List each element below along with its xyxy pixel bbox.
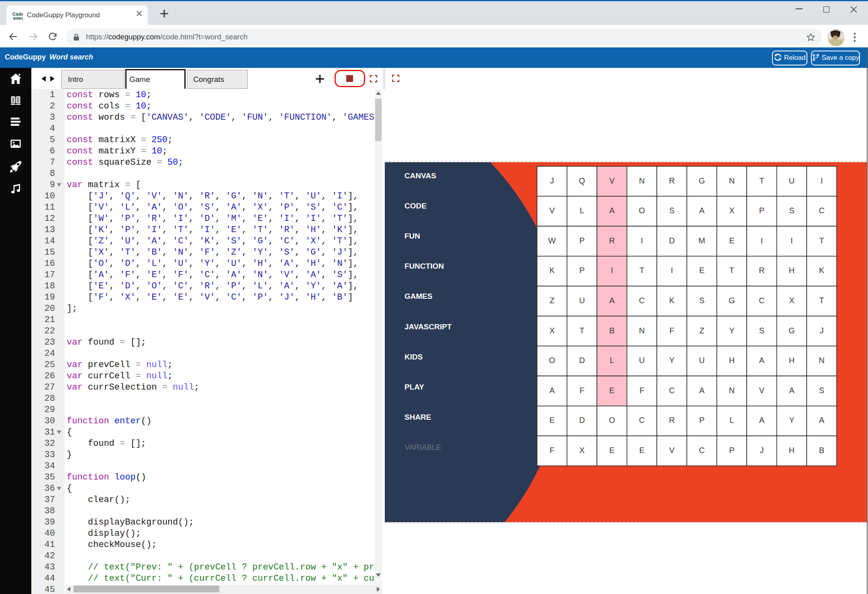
svg-text:I: I: [761, 236, 763, 245]
svg-text:C: C: [639, 416, 645, 425]
svg-text:K: K: [549, 266, 555, 275]
svg-text:CANVAS: CANVAS: [404, 171, 436, 180]
svg-text:Y: Y: [789, 416, 794, 425]
svg-text:I: I: [821, 176, 823, 185]
svg-text:CODE: CODE: [404, 202, 427, 210]
svg-text:D: D: [579, 356, 585, 365]
svg-text:L: L: [580, 206, 584, 215]
svg-text:J: J: [820, 326, 824, 335]
svg-text:E: E: [549, 416, 555, 425]
svg-text:U: U: [699, 356, 705, 365]
svg-text:FUNCTION: FUNCTION: [404, 262, 444, 270]
svg-text:L: L: [729, 416, 734, 425]
svg-text:O: O: [549, 356, 556, 365]
svg-text:E: E: [729, 236, 734, 245]
svg-text:C: C: [819, 206, 824, 215]
svg-text:N: N: [639, 326, 645, 335]
svg-text:W: W: [548, 236, 556, 245]
svg-text:H: H: [729, 356, 735, 365]
svg-text:N: N: [639, 176, 645, 185]
svg-text:C: C: [759, 296, 764, 305]
svg-text:PLAY: PLAY: [404, 383, 424, 391]
svg-text:B: B: [609, 326, 615, 335]
svg-text:P: P: [699, 416, 705, 425]
svg-text:K: K: [819, 266, 825, 275]
svg-text:A: A: [699, 386, 705, 395]
svg-text:S: S: [759, 326, 764, 335]
svg-text:A: A: [759, 356, 765, 365]
svg-text:F: F: [639, 386, 644, 395]
svg-text:N: N: [819, 356, 824, 365]
svg-text:G: G: [729, 296, 735, 305]
svg-text:C: C: [699, 446, 705, 455]
svg-text:R: R: [759, 266, 764, 275]
svg-text:C: C: [669, 386, 674, 395]
svg-text:Z: Z: [549, 296, 554, 305]
svg-text:V: V: [549, 206, 555, 215]
svg-text:V: V: [669, 446, 675, 455]
svg-text:P: P: [579, 266, 584, 275]
svg-text:H: H: [789, 266, 794, 275]
svg-text:D: D: [669, 236, 674, 245]
svg-text:B: B: [819, 446, 824, 455]
svg-text:GAMES: GAMES: [404, 292, 433, 300]
svg-text:F: F: [549, 446, 554, 455]
svg-text:H: H: [789, 446, 794, 455]
svg-text:F: F: [580, 386, 584, 395]
svg-text:J: J: [760, 446, 764, 455]
svg-text:A: A: [609, 296, 615, 305]
svg-text:E: E: [609, 446, 615, 455]
svg-text:V: V: [759, 386, 765, 395]
svg-text:P: P: [729, 446, 734, 455]
svg-text:Y: Y: [729, 326, 734, 335]
svg-text:S: S: [699, 296, 705, 305]
svg-text:T: T: [729, 266, 734, 275]
svg-text:I: I: [641, 236, 643, 245]
svg-text:D: D: [579, 416, 585, 425]
svg-text:R: R: [669, 176, 674, 185]
svg-text:E: E: [609, 386, 615, 395]
svg-text:P: P: [759, 206, 764, 215]
svg-text:F: F: [670, 326, 674, 335]
svg-text:X: X: [579, 446, 584, 455]
svg-text:U: U: [639, 356, 645, 365]
svg-text:S: S: [789, 206, 794, 215]
svg-text:A: A: [609, 206, 615, 215]
svg-text:G: G: [788, 326, 795, 335]
svg-text:N: N: [729, 386, 735, 395]
svg-text:A: A: [699, 206, 705, 215]
svg-text:KIDS: KIDS: [404, 353, 423, 361]
svg-text:T: T: [819, 296, 824, 305]
svg-text:guppy: guppy: [13, 16, 23, 20]
svg-text:N: N: [729, 176, 735, 185]
svg-text:U: U: [579, 296, 585, 305]
svg-text:Z: Z: [699, 326, 704, 335]
svg-text:I: I: [671, 266, 673, 275]
svg-text:E: E: [639, 446, 644, 455]
svg-text:I: I: [611, 266, 613, 275]
svg-text:E: E: [699, 266, 705, 275]
svg-text:Q: Q: [579, 176, 585, 185]
svg-text:O: O: [639, 206, 645, 215]
svg-text:T: T: [759, 176, 764, 185]
svg-text:A: A: [819, 416, 825, 425]
svg-text:S: S: [819, 386, 824, 395]
svg-text:SHARE: SHARE: [404, 413, 431, 421]
svg-text:G: G: [699, 176, 705, 185]
svg-text:S: S: [669, 206, 674, 215]
svg-text:JAVASCRIPT: JAVASCRIPT: [404, 323, 452, 331]
svg-text:P: P: [579, 236, 584, 245]
svg-text:K: K: [669, 296, 675, 305]
svg-text:I: I: [790, 236, 793, 245]
svg-text:A: A: [789, 386, 794, 395]
svg-text:R: R: [609, 236, 615, 245]
svg-text:T: T: [639, 266, 644, 275]
svg-text:V: V: [609, 176, 615, 185]
svg-text:T: T: [580, 326, 584, 335]
svg-text:VARIABLE: VARIABLE: [404, 443, 441, 451]
svg-text:R: R: [669, 416, 674, 425]
svg-text:FUN: FUN: [404, 232, 420, 240]
svg-text:A: A: [759, 416, 765, 425]
svg-text:J: J: [550, 176, 554, 185]
svg-text:A: A: [549, 386, 555, 395]
